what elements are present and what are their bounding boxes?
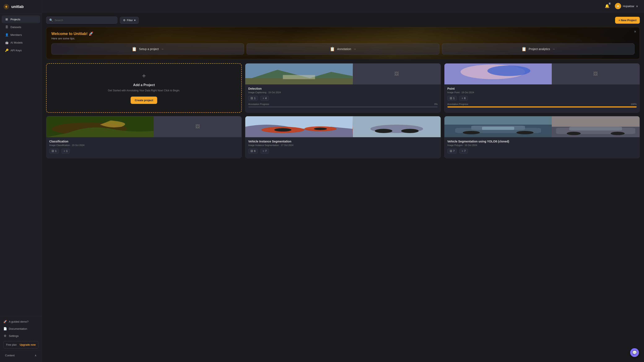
banner-annotation-button[interactable]: 📋 Annotation → xyxy=(246,43,439,55)
card-image-placeholder-classification: 🖼 xyxy=(154,116,242,137)
layers-stat-point: ≡ 6 xyxy=(459,96,468,101)
sidebar-label-docs: Documentation xyxy=(9,327,27,330)
key-icon: 🔑 xyxy=(5,49,8,52)
svg-point-14 xyxy=(274,128,292,132)
project-thumbnail-vehicle-yolo xyxy=(444,116,552,137)
card-meta-point: Image Point · 19 Oct 2024 xyxy=(447,91,637,94)
sidebar-item-ai-models[interactable]: 🤖 AI Models xyxy=(2,39,40,46)
layers-icon-vehicle-instance: ≡ xyxy=(263,150,264,152)
user-name: Hojiakbar xyxy=(623,4,634,8)
banner-setup-button[interactable]: 📋 Setup a project → xyxy=(51,43,244,55)
sidebar-item-settings[interactable]: ⚙ Settings xyxy=(2,332,40,339)
svg-point-18 xyxy=(374,129,392,133)
images-count-vehicle-instance: 6 xyxy=(254,150,256,152)
logo-area: unitlab xyxy=(0,0,42,14)
images-stat-point: 🖼 1 xyxy=(447,96,457,101)
images-stat-vehicle-instance: 🖼 6 xyxy=(248,149,258,154)
svg-rect-32 xyxy=(569,127,622,130)
layers-icon-point: ≡ xyxy=(462,97,463,100)
project-card-classification[interactable]: 🖼 Classification Image Classification · … xyxy=(46,116,242,158)
card-meta-detection: Image Captioning · 19 Oct 2024 xyxy=(248,91,438,94)
svg-point-24 xyxy=(463,131,480,134)
banner-title: Welcome to Unitlab! 🚀 xyxy=(51,31,634,36)
setup-arrow-icon: → xyxy=(161,47,164,51)
content-area: 🔔 4 H Hojiakbar ∨ 🔍 ⚙ Filter ▾ + New Pro… xyxy=(42,0,644,362)
project-thumbnail-vehicle-instance xyxy=(245,116,352,137)
banner-subtitle: Here are some tips. xyxy=(51,37,634,40)
sidebar-item-datasets[interactable]: 🗄 Datasets xyxy=(2,23,40,31)
banner-actions: 📋 Setup a project → 📋 Annotation → 📋 Pro… xyxy=(51,43,634,55)
filter-chevron-icon: ▾ xyxy=(134,19,136,22)
search-icon: 🔍 xyxy=(49,18,53,22)
images-count-point: 1 xyxy=(453,97,455,100)
card-stats-vehicle-yolo: 🖼 7 ≡ 7 xyxy=(447,149,637,154)
add-project-card[interactable]: + Add a Project Get Started with Annotat… xyxy=(46,63,242,113)
sidebar-item-demo[interactable]: 🚀 A guided demo? xyxy=(2,318,40,325)
svg-point-31 xyxy=(611,132,625,135)
card-stats-point: 🖼 1 ≡ 6 xyxy=(447,96,637,101)
user-menu[interactable]: H Hojiakbar ∨ xyxy=(613,2,640,10)
card-body-classification: Classification Image Classification · 19… xyxy=(46,137,242,158)
project-card-point[interactable]: 🖼 Point Image Point · 19 Oct 2024 🖼 1 ≡ … xyxy=(444,63,640,113)
annotation-arrow-icon: → xyxy=(353,47,356,51)
annotation-label: Annotation xyxy=(337,47,351,51)
sidebar-item-projects[interactable]: ⊞ Projects xyxy=(2,15,40,23)
chevron-up-icon: ∧ xyxy=(34,354,37,357)
card-images-detection: 🖼 xyxy=(245,63,440,84)
card-images-point: 🖼 xyxy=(444,63,640,84)
new-project-button[interactable]: + New Project xyxy=(615,17,640,24)
sidebar-item-api-keys[interactable]: 🔑 API Keys xyxy=(2,46,40,54)
card-body-vehicle-yolo: Vehicle Segmentation using YOLO8 (cloned… xyxy=(444,137,640,158)
topbar: 🔔 4 H Hojiakbar ∨ xyxy=(42,0,644,12)
card-images-vehicle-yolo xyxy=(444,116,640,137)
sidebar-label-api-keys: API Keys xyxy=(10,49,22,52)
images-stat-vehicle-yolo: 🖼 7 xyxy=(447,149,457,154)
image-icon: 🖼 xyxy=(250,97,253,100)
close-banner-button[interactable]: × xyxy=(634,30,636,33)
content-toggle[interactable]: Content ∧ xyxy=(2,352,40,359)
chat-bubble[interactable]: 💬 xyxy=(630,348,639,357)
project-card-detection[interactable]: 🖼 Detection Image Captioning · 19 Oct 20… xyxy=(245,63,441,113)
search-input[interactable] xyxy=(54,19,114,22)
image-icon-classification: 🖼 xyxy=(52,150,54,152)
progress-label-point: Annotation Progress 100% xyxy=(447,103,637,105)
layers-stat-vehicle-instance: ≡ 7 xyxy=(260,149,269,154)
sidebar-label-demo: A guided demo? xyxy=(9,320,28,323)
card-image-placeholder-point: 🖼 xyxy=(552,63,640,84)
content-section: Content ∧ xyxy=(2,350,40,360)
main-content: 🔍 ⚙ Filter ▾ + New Project × Welcome to … xyxy=(42,12,644,362)
grid-icon: ⊞ xyxy=(5,17,8,21)
notification-button[interactable]: 🔔 4 xyxy=(604,2,611,10)
upgrade-button[interactable]: Upgrade now xyxy=(20,343,36,346)
banner-analytics-button[interactable]: 📋 Project analytics → xyxy=(442,43,634,55)
progress-bar-point xyxy=(447,106,637,107)
filter-label: Filter xyxy=(127,19,133,22)
svg-point-1 xyxy=(6,6,7,7)
add-project-title: Add a Project xyxy=(133,83,155,87)
project-card-vehicle-yolo[interactable]: Vehicle Segmentation using YOLO8 (cloned… xyxy=(444,116,640,158)
card-body-detection: Detection Image Captioning · 19 Oct 2024… xyxy=(245,84,440,110)
svg-point-25 xyxy=(516,131,534,134)
progress-bar-detection xyxy=(248,106,438,107)
create-project-button[interactable]: Create project xyxy=(130,97,157,104)
project-thumbnail-classification xyxy=(46,116,154,137)
logo-icon xyxy=(3,4,9,10)
project-card-vehicle-instance[interactable]: Vehicle Instance Segmentation Image Inst… xyxy=(245,116,441,158)
image-icon-vehicle-instance: 🖼 xyxy=(250,150,253,152)
filter-button[interactable]: ⚙ Filter ▾ xyxy=(120,17,139,24)
welcome-banner: × Welcome to Unitlab! 🚀 Here are some ti… xyxy=(46,27,640,59)
analytics-icon: 📋 xyxy=(521,46,526,51)
rocket-icon: 🚀 xyxy=(3,320,7,323)
svg-rect-5 xyxy=(283,75,315,79)
free-plan-label: Free plan xyxy=(6,343,17,346)
image-icon-vehicle-yolo: 🖼 xyxy=(450,150,452,152)
card-meta-vehicle-instance: Image Instance Segmentation · 17 Oct 202… xyxy=(248,144,438,146)
sidebar-item-docs[interactable]: 📄 Documentation xyxy=(2,325,40,332)
card-title-classification: Classification xyxy=(49,140,238,143)
sidebar-item-members[interactable]: 👤 Members xyxy=(2,31,40,38)
image-icon-point: 🖼 xyxy=(450,97,452,100)
card-title-vehicle-yolo: Vehicle Segmentation using YOLO8 (cloned… xyxy=(447,140,637,143)
card-title-detection: Detection xyxy=(248,87,438,90)
card-images-vehicle-instance xyxy=(245,116,440,137)
annotation-icon: 📋 xyxy=(330,46,335,51)
